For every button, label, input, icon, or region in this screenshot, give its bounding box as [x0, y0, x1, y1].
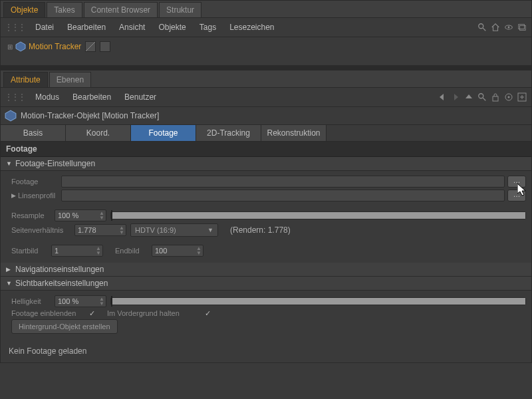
lens-browse-button[interactable]: …: [507, 190, 526, 201]
tab-struktur[interactable]: Struktur: [159, 2, 201, 17]
brightness-slider[interactable]: [110, 297, 526, 305]
svg-rect-9: [493, 96, 498, 101]
label-aspect: Seitenverhältnis: [11, 226, 74, 234]
objects-tabstrip: Objekte Takes Content Browser Struktur: [1, 1, 531, 18]
eye-icon[interactable]: [503, 22, 514, 33]
menu-lesezeichen[interactable]: Lesezeichen: [223, 21, 281, 34]
object-slot-b[interactable]: [100, 41, 110, 52]
attribute-tabstrip: Attribute Ebenen: [1, 70, 531, 88]
back-icon[interactable]: [437, 92, 448, 102]
up-icon[interactable]: [464, 92, 474, 102]
stepper-icon[interactable]: ▲▼: [119, 225, 124, 235]
stepper-icon[interactable]: ▲▼: [99, 297, 104, 306]
stepper-icon[interactable]: ▲▼: [196, 246, 201, 255]
startframe-field[interactable]: 1▲▼: [51, 245, 103, 257]
layers-icon[interactable]: [517, 22, 527, 33]
aspect-field[interactable]: 1.778▲▼: [74, 224, 126, 236]
menu-bearbeiten[interactable]: Bearbeiten: [61, 21, 112, 34]
resample-field[interactable]: 100 %▲▼: [55, 209, 106, 221]
tab-objekte[interactable]: Objekte: [3, 2, 45, 17]
group-visibility-settings[interactable]: ▼ Sichtbarkeitseinstellungen: [1, 277, 531, 291]
label-render-aspect: (Rendern: 1.778): [230, 225, 291, 235]
group-label: Footage-Einstellungen: [15, 159, 95, 168]
subtab-rekonstruktion[interactable]: Rekonstruktion: [261, 125, 327, 141]
label-lens-profile: Linsenprofil: [18, 192, 61, 200]
search-icon[interactable]: [477, 22, 487, 33]
resample-slider[interactable]: [110, 211, 526, 219]
object-slot-a[interactable]: [85, 41, 96, 52]
tab-takes[interactable]: Takes: [47, 2, 82, 17]
svg-point-11: [508, 96, 510, 98]
tab-content-browser[interactable]: Content Browser: [84, 2, 158, 17]
forward-icon[interactable]: [450, 92, 461, 102]
chevron-down-icon: ▼: [207, 227, 213, 233]
group-label: Sichtbarkeitseinstellungen: [15, 279, 108, 288]
tab-ebenen[interactable]: Ebenen: [49, 72, 91, 87]
disclosure-down-icon: ▼: [6, 160, 13, 167]
group-footage-settings-body: Footage … ▶ Linsenprofil … Resample 100 …: [1, 171, 531, 263]
object-tree: ⊞ Motion Tracker: [1, 37, 531, 65]
menu-modus[interactable]: Modus: [29, 90, 66, 104]
disclosure-right-icon: ▶: [6, 266, 13, 273]
brightness-field[interactable]: 100 %▲▼: [55, 295, 106, 307]
aspect-preset-dropdown[interactable]: HDTV (16:9)▼: [130, 223, 218, 237]
menu-ansicht[interactable]: Ansicht: [112, 21, 152, 34]
group-visibility-settings-body: Helligkeit 100 %▲▼ Footage einblenden ✓ …: [1, 291, 531, 340]
create-background-button[interactable]: Hintergrund-Objekt erstellen: [11, 319, 118, 334]
group-navigation-settings[interactable]: ▶ Navigationseinstellungen: [1, 263, 531, 277]
attribute-object-header: Motion-Tracker-Objekt [Motion Tracker]: [1, 107, 531, 125]
footage-browse-button[interactable]: …: [507, 176, 526, 188]
lock-icon[interactable]: [490, 92, 501, 102]
stepper-icon[interactable]: ▲▼: [99, 211, 104, 220]
objects-menubar: ⋮⋮⋮ Datei Bearbeiten Ansicht Objekte Tag…: [1, 18, 531, 37]
show-footage-checkbox[interactable]: ✓: [87, 309, 96, 317]
lens-profile-input[interactable]: [61, 190, 505, 201]
attribute-panel: Attribute Ebenen ⋮⋮⋮ Modus Bearbeiten Be…: [0, 70, 532, 363]
new-panel-icon[interactable]: [517, 92, 527, 102]
label-footage: Footage: [11, 178, 61, 186]
menu-datei[interactable]: Datei: [29, 21, 61, 34]
footage-path-input[interactable]: [61, 176, 505, 188]
section-title-footage: Footage: [1, 142, 531, 157]
subtab-footage[interactable]: Footage: [131, 125, 196, 141]
menu-tags[interactable]: Tags: [193, 21, 223, 34]
menu-bearbeiten-2[interactable]: Bearbeiten: [66, 90, 118, 104]
grip-icon[interactable]: ⋮⋮⋮: [5, 23, 25, 32]
keep-foreground-checkbox[interactable]: ✓: [203, 309, 212, 317]
search-icon-2[interactable]: [477, 92, 487, 102]
label-show-footage: Footage einblenden: [11, 309, 84, 317]
tree-item-label: Motion Tracker: [29, 42, 81, 51]
stepper-icon[interactable]: ▲▼: [96, 246, 101, 255]
label-endframe: Endbild: [115, 247, 152, 255]
tab-attribute[interactable]: Attribute: [3, 72, 48, 87]
attribute-subtabs: Basis Koord. Footage 2D-Tracking Rekonst…: [1, 125, 531, 142]
group-footage-settings[interactable]: ▼ Footage-Einstellungen: [1, 157, 531, 171]
disclosure-right-icon[interactable]: ▶: [11, 192, 18, 199]
subtab-koord[interactable]: Koord.: [66, 125, 131, 141]
svg-point-3: [508, 27, 510, 29]
objects-panel: Objekte Takes Content Browser Struktur ⋮…: [0, 0, 532, 66]
disclosure-down-icon: ▼: [6, 280, 13, 287]
menu-objekte[interactable]: Objekte: [152, 21, 192, 34]
attribute-object-title: Motion-Tracker-Objekt [Motion Tracker]: [21, 111, 159, 120]
grip-icon[interactable]: ⋮⋮⋮: [5, 92, 25, 102]
label-brightness: Helligkeit: [11, 297, 55, 305]
target-icon[interactable]: [503, 92, 514, 102]
footage-status: Kein Footage geladen: [1, 340, 531, 362]
attribute-menubar: ⋮⋮⋮ Modus Bearbeiten Benutzer: [1, 88, 531, 107]
label-keep-foreground: Im Vordergrund halten: [107, 309, 200, 317]
menu-benutzer[interactable]: Benutzer: [118, 90, 163, 104]
subtab-basis[interactable]: Basis: [1, 125, 66, 141]
subtab-2d-tracking[interactable]: 2D-Tracking: [196, 125, 261, 141]
motion-tracker-icon: [5, 110, 17, 122]
svg-marker-6: [16, 42, 25, 51]
motion-tracker-icon: [15, 41, 26, 52]
label-resample: Resample: [11, 211, 55, 219]
home-icon[interactable]: [490, 22, 501, 33]
endframe-field[interactable]: 100▲▼: [152, 245, 203, 257]
expand-icon[interactable]: ⊞: [7, 43, 13, 51]
svg-point-0: [479, 24, 483, 29]
tree-item-motion-tracker[interactable]: ⊞ Motion Tracker: [5, 40, 527, 53]
svg-line-1: [483, 28, 485, 31]
svg-marker-15: [5, 110, 16, 121]
